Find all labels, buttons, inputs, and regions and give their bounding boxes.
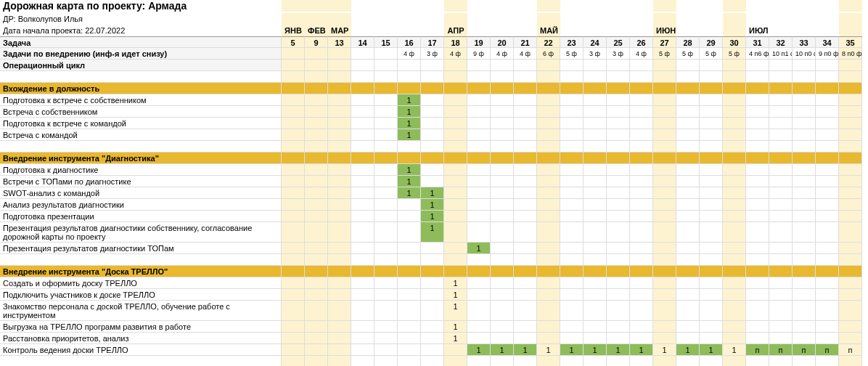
- gantt-cell: [676, 118, 700, 129]
- gantt-cell: 1: [444, 289, 467, 301]
- gantt-cell: [374, 243, 398, 254]
- gantt-cell: [491, 176, 514, 187]
- gantt-cell: [374, 222, 398, 243]
- gantt-cell: 1: [421, 187, 444, 199]
- gantt-cell: [398, 333, 421, 344]
- gantt-cell: [746, 176, 769, 187]
- gantt-cell: [653, 289, 676, 301]
- gantt-cell: [560, 301, 584, 321]
- gantt-cell: [467, 164, 491, 176]
- gantt-cell: 1: [398, 129, 421, 141]
- gantt-cell: [676, 301, 700, 321]
- gantt-cell: [653, 333, 676, 344]
- month-header: [793, 25, 816, 36]
- gantt-cell: [305, 222, 328, 243]
- gantt-cell: [282, 289, 305, 301]
- gantt-cell: [700, 243, 723, 254]
- gantt-cell: [839, 301, 862, 321]
- week-header: 35: [839, 36, 862, 48]
- gantt-cell: [537, 164, 560, 176]
- gantt-cell: [584, 333, 607, 344]
- gantt-cell: [723, 222, 746, 243]
- month-header: [839, 25, 862, 36]
- gantt-cell: [282, 333, 305, 344]
- gantt-cell: [351, 333, 374, 344]
- gantt-cell: [491, 277, 514, 289]
- gantt-cell: [723, 176, 746, 187]
- gantt-cell: [305, 289, 328, 301]
- gantt-cell: [537, 301, 560, 321]
- gantt-cell: [560, 94, 584, 106]
- gantt-cell: [351, 289, 374, 301]
- gantt-cell: [305, 106, 328, 118]
- gantt-cell: [839, 176, 862, 187]
- gantt-cell: [793, 164, 816, 176]
- gantt-cell: [491, 333, 514, 344]
- gantt-cell: [514, 333, 537, 344]
- gantt-cell: [630, 129, 653, 141]
- week-header: 15: [374, 36, 398, 48]
- gantt-cell: [746, 106, 769, 118]
- gantt-cell: [282, 164, 305, 176]
- gantt-cell: [630, 199, 653, 211]
- gantt-cell: [328, 211, 351, 222]
- task-label: Встреча с собственником: [0, 106, 282, 118]
- gantt-cell: [584, 164, 607, 176]
- gantt-cell: [676, 211, 700, 222]
- gantt-cell: [351, 129, 374, 141]
- gantt-cell: [305, 211, 328, 222]
- gantt-cell: 1: [630, 344, 653, 356]
- gantt-cell: [584, 222, 607, 243]
- gantt-cell: [444, 129, 467, 141]
- gantt-cell: [816, 129, 839, 141]
- gantt-cell: [676, 199, 700, 211]
- gantt-cell: [746, 199, 769, 211]
- gantt-cell: [746, 118, 769, 129]
- gantt-cell: [630, 321, 653, 333]
- gantt-cell: [491, 301, 514, 321]
- gantt-cell: [514, 243, 537, 254]
- gantt-cell: [816, 301, 839, 321]
- task-label: Презентация результатов диагностики собс…: [0, 222, 282, 243]
- gantt-cell: [839, 289, 862, 301]
- gantt-cell: [700, 199, 723, 211]
- gantt-cell: [467, 321, 491, 333]
- gantt-cell: [282, 106, 305, 118]
- gantt-cell: [607, 333, 630, 344]
- gantt-cell: [374, 106, 398, 118]
- gantt-cell: [514, 289, 537, 301]
- gantt-cell: [746, 94, 769, 106]
- gantt-cell: [793, 301, 816, 321]
- gantt-cell: п: [816, 344, 839, 356]
- month-header: [491, 25, 514, 36]
- gantt-cell: [816, 94, 839, 106]
- gantt-cell: 1: [584, 344, 607, 356]
- gantt-cell: [746, 277, 769, 289]
- gantt-cell: [746, 243, 769, 254]
- gantt-cell: [676, 187, 700, 199]
- section-header: Внедрение инструмента "Доска ТРЕЛЛО": [0, 266, 282, 277]
- gantt-cell: [769, 211, 793, 222]
- gantt-cell: [793, 289, 816, 301]
- gantt-cell: [676, 277, 700, 289]
- gantt-cell: 1: [467, 344, 491, 356]
- task-label: Выгрузка на ТРЕЛЛО программ развития в р…: [0, 321, 282, 333]
- gantt-cell: [514, 199, 537, 211]
- gantt-cell: [676, 164, 700, 176]
- gantt-cell: [491, 321, 514, 333]
- gantt-cell: [584, 243, 607, 254]
- gantt-cell: [793, 199, 816, 211]
- week-header: 28: [676, 36, 700, 48]
- task-label: Контроль ведения доски ТРЕЛЛО: [0, 344, 282, 356]
- gantt-cell: [328, 321, 351, 333]
- week-header: 34: [816, 36, 839, 48]
- week-header: 20: [491, 36, 514, 48]
- gantt-cell: [700, 301, 723, 321]
- gantt-cell: [305, 301, 328, 321]
- gantt-cell: [351, 187, 374, 199]
- gantt-cell: [374, 129, 398, 141]
- gantt-cell: [746, 333, 769, 344]
- gantt-cell: [398, 243, 421, 254]
- gantt-cell: [467, 301, 491, 321]
- week-header: 25: [607, 36, 630, 48]
